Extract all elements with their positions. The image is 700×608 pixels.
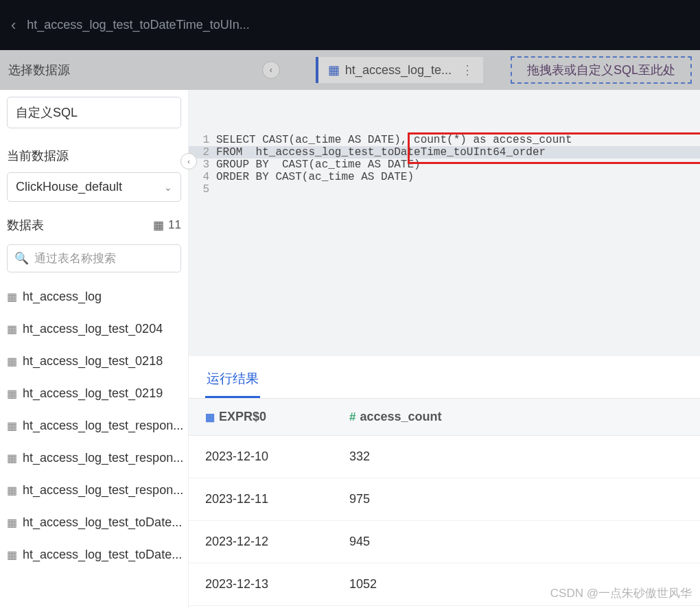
cell: 945 xyxy=(349,535,370,549)
column-header: EXPR$0 xyxy=(219,410,266,424)
table-name: ht_access_log_test_respon... xyxy=(23,419,183,433)
table-icon: ▦ xyxy=(7,516,17,529)
content-area: ‹ 1SELECT CAST(ac_time AS DATE), count(*… xyxy=(189,90,700,608)
table-row: 2023-12-11975 xyxy=(189,478,700,521)
results-tabs: 运行结果 xyxy=(189,356,700,399)
custom-sql-input[interactable]: 自定义SQL xyxy=(7,97,181,128)
table-item[interactable]: ▦ht_access_log xyxy=(4,281,184,313)
table-item[interactable]: ▦ht_access_log_test_respon... xyxy=(4,474,184,506)
results-panel: 运行结果 ▦EXPR$0 #access_count 2023-12-10332… xyxy=(189,356,700,608)
code-line: SELECT CAST(ac_time AS DATE), count(*) a… xyxy=(216,134,572,146)
cell: 2023-12-10 xyxy=(205,449,349,464)
search-icon: 🔍 xyxy=(14,251,29,266)
column-header: access_count xyxy=(360,410,441,424)
table-icon: ▦ xyxy=(153,218,164,233)
cell: 975 xyxy=(349,492,370,506)
chevron-down-icon: ⌄ xyxy=(164,182,172,193)
main-area: 自定义SQL 当前数据源 ClickHouse_default ⌄ 数据表 ▦ … xyxy=(0,90,700,608)
back-icon[interactable]: ‹ xyxy=(11,16,16,34)
table-name: ht_access_log_test_0218 xyxy=(23,354,163,369)
table-icon: ▦ xyxy=(7,323,17,336)
table-name: ht_access_log xyxy=(23,290,102,304)
table-name: ht_access_log_test_0204 xyxy=(23,322,163,336)
number-column-icon: # xyxy=(349,410,355,424)
table-name: ht_access_log_test_toDate... xyxy=(23,548,182,562)
table-icon: ▦ xyxy=(7,290,17,303)
custom-sql-label: 自定义SQL xyxy=(16,106,78,119)
table-icon: ▦ xyxy=(7,419,17,432)
search-placeholder: 通过表名称搜索 xyxy=(34,250,116,266)
tables-count-value: 11 xyxy=(168,218,181,232)
datasource-select[interactable]: ClickHouse_default ⌄ xyxy=(7,172,181,202)
table-name: ht_access_log_test_respon... xyxy=(23,483,183,498)
table-item[interactable]: ▦ht_access_log_test_0218 xyxy=(4,345,184,377)
cell: 1052 xyxy=(349,577,377,592)
table-item[interactable]: ▦ht_access_log_test_respon... xyxy=(4,410,184,442)
top-bar: ‹ ht_access_log_test_toDateTime_toUIn... xyxy=(0,0,700,50)
table-name: ht_access_log_test_toDate... xyxy=(23,515,182,530)
table-item[interactable]: ▦ht_access_log_test_respon... xyxy=(4,442,184,474)
table-header-row: ▦EXPR$0 #access_count xyxy=(189,399,700,436)
current-datasource-label: 当前数据源 xyxy=(4,142,184,169)
sidebar: 自定义SQL 当前数据源 ClickHouse_default ⌄ 数据表 ▦ … xyxy=(0,90,189,608)
cell: 2023-12-12 xyxy=(205,535,349,549)
table-item[interactable]: ▦ht_access_log_test_toDate... xyxy=(4,506,184,539)
cell: 332 xyxy=(349,449,370,464)
table-list: ▦ht_access_log ▦ht_access_log_test_0204 … xyxy=(4,281,184,601)
table-item[interactable]: ▦ht_access_log_test_0219 xyxy=(4,377,184,410)
table-icon: ▦ xyxy=(7,387,17,400)
table-icon: ▦ xyxy=(7,548,17,561)
cell: 2023-12-11 xyxy=(205,492,349,506)
page-title: ht_access_log_test_toDateTime_toUIn... xyxy=(27,18,250,32)
date-column-icon: ▦ xyxy=(205,411,215,423)
code-line: GROUP BY CAST(ac_time AS DATE) xyxy=(216,159,421,171)
tables-count: ▦ 11 xyxy=(153,218,181,233)
datasource-selected-value: ClickHouse_default xyxy=(16,180,122,194)
tables-header: 数据表 ▦ 11 xyxy=(4,214,184,239)
sql-editor[interactable]: 1SELECT CAST(ac_time AS DATE), count(*) … xyxy=(189,90,700,356)
results-tab[interactable]: 运行结果 xyxy=(205,366,260,398)
table-icon: ▦ xyxy=(7,484,17,497)
results-table: ▦EXPR$0 #access_count 2023-12-10332 2023… xyxy=(189,399,700,608)
table-item[interactable]: ▦ht_access_log_test_0204 xyxy=(4,313,184,345)
dim-overlay xyxy=(0,50,700,90)
table-icon: ▦ xyxy=(7,452,17,465)
table-item[interactable]: ▦ht_access_log_test_toDate... xyxy=(4,539,184,571)
table-row: 2023-12-131052 xyxy=(189,563,700,606)
table-row: 2023-12-10332 xyxy=(189,436,700,478)
cell: 2023-12-13 xyxy=(205,577,349,592)
code-line: ORDER BY CAST(ac_time AS DATE) xyxy=(216,171,414,183)
table-name: ht_access_log_test_respon... xyxy=(23,451,183,465)
code-line: FROM ht_access_log_test_toDateTime_toUIn… xyxy=(216,146,546,159)
table-name: ht_access_log_test_0219 xyxy=(23,386,163,401)
tables-label: 数据表 xyxy=(7,217,44,233)
collapse-editor-button[interactable]: ‹ xyxy=(180,153,197,169)
table-search-input[interactable]: 🔍 通过表名称搜索 xyxy=(7,244,181,272)
table-row: 2023-12-12945 xyxy=(189,521,700,563)
table-icon: ▦ xyxy=(7,355,17,368)
